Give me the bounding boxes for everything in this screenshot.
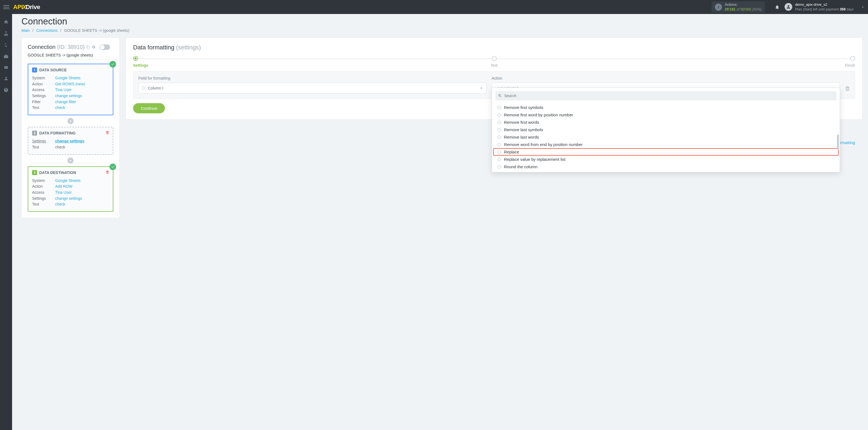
add-formatting-link[interactable]: ormatting <box>838 140 855 145</box>
dropdown-item-label: Remove last symbols <box>504 127 544 132</box>
briefcase-icon[interactable] <box>4 54 8 59</box>
dropdown-item-label: Replace <box>504 150 519 154</box>
hamburger-menu[interactable] <box>3 4 9 10</box>
data-destination-card[interactable]: 3 DATA DESTINATION SystemGoogle SheetsAc… <box>28 166 113 212</box>
kv-value-link[interactable]: change filter <box>55 99 76 105</box>
chevron-down-icon[interactable] <box>861 5 865 9</box>
username: demo_apix-drive_s2 <box>795 2 854 7</box>
logo[interactable]: APIXDrive <box>13 4 40 11</box>
dropdown-item[interactable]: Remove first word by position number <box>493 111 839 119</box>
logo-drive: Drive <box>26 4 40 10</box>
dropdown-item-label: Round the column <box>504 164 537 169</box>
help-icon[interactable] <box>4 88 8 92</box>
kv-value-link[interactable]: Google Sheets <box>55 178 81 184</box>
add-step-button[interactable]: + <box>67 157 73 163</box>
dropdown-list[interactable]: Remove first symbolsRemove first word by… <box>492 104 840 171</box>
kv-row: AccessTina User <box>32 190 109 196</box>
kv-key: Settings <box>32 196 55 202</box>
step-dot-settings[interactable] <box>133 56 138 61</box>
gear-icon[interactable] <box>92 45 96 49</box>
trash-icon[interactable] <box>105 131 110 135</box>
scrollbar-thumb[interactable] <box>837 134 839 150</box>
radio-icon <box>142 87 145 90</box>
step-title-destination: DATA DESTINATION <box>39 171 76 175</box>
radio-icon <box>498 150 501 154</box>
kv-row: SystemGoogle Sheets <box>32 75 109 81</box>
dropdown-item[interactable]: Remove last words <box>493 133 839 141</box>
dropdown-item[interactable]: Remove first symbols <box>493 104 839 111</box>
kv-key: Test <box>32 144 55 150</box>
kv-value-link[interactable]: change settings <box>55 196 82 202</box>
dropdown-search[interactable] <box>495 91 837 100</box>
kv-value-link[interactable]: change settings <box>55 138 85 144</box>
kv-row: ActionGet ROWS (new) <box>32 81 109 87</box>
dollar-icon[interactable] <box>4 42 8 48</box>
kv-value-link[interactable]: Get ROWS (new) <box>55 81 85 87</box>
connection-toggle[interactable] <box>100 44 110 50</box>
radio-icon <box>498 113 501 117</box>
breadcrumb-main[interactable]: Main <box>22 28 30 33</box>
dropdown-item[interactable]: Remove first words <box>493 119 839 126</box>
data-formatting-card[interactable]: 2 DATA FORMATTING Settingschange setting… <box>28 127 113 154</box>
kv-value-link[interactable]: Google Sheets <box>55 75 81 81</box>
dropdown-item[interactable]: Round the column <box>493 163 839 171</box>
dropdown-item[interactable]: Replace value by replacement list <box>493 156 839 163</box>
kv-row: SystemGoogle Sheets <box>32 178 109 184</box>
info-icon: i <box>715 4 722 11</box>
step-dot-test[interactable] <box>492 56 497 61</box>
plan-days: 359 <box>840 7 845 11</box>
search-icon <box>498 94 502 98</box>
wizard-stepper: Settings Test Finish <box>133 56 855 67</box>
step-dot-finish[interactable] <box>850 56 855 61</box>
field-select[interactable]: Column I <box>138 83 487 94</box>
sitemap-icon[interactable] <box>4 31 8 36</box>
notifications-icon[interactable] <box>775 5 780 10</box>
dropdown-item-label: Remove word from end by position number <box>504 142 583 147</box>
action-label: Action <box>492 76 840 81</box>
kv-value-link[interactable]: Add ROW <box>55 184 72 190</box>
kv-value-link[interactable]: check <box>55 202 65 208</box>
continue-button[interactable]: Continue <box>133 103 165 113</box>
dropdown-search-input[interactable] <box>504 94 834 98</box>
step-title-source: DATA SOURCE <box>39 68 67 72</box>
kv-value-link[interactable]: Tina User <box>55 190 72 196</box>
radio-icon <box>498 158 501 161</box>
connection-subtitle: GOOGLE SHEETS -> (google sheets) <box>28 53 113 60</box>
home-icon[interactable] <box>4 20 8 24</box>
user-menu[interactable]: demo_apix-drive_s2 Plan |Start| left unt… <box>784 2 854 11</box>
data-source-card[interactable]: 1 DATA SOURCE SystemGoogle SheetsActionG… <box>28 64 113 115</box>
df-title-main: Data formatting <box>133 44 174 51</box>
dropdown-item-label: Remove last words <box>504 135 539 140</box>
user-icon[interactable] <box>4 76 8 81</box>
step-number: 3 <box>32 170 37 175</box>
trash-icon[interactable] <box>105 170 110 174</box>
kv-value-link[interactable]: change settings <box>55 93 82 99</box>
kv-key: Test <box>32 202 55 208</box>
breadcrumb: Main / Connections / GOOGLE SHEETS -> (g… <box>22 28 863 33</box>
add-step-button[interactable]: + <box>67 118 73 124</box>
actions-quota-box[interactable]: i Actions: 25'161 of 50'000 (50%) <box>712 1 765 13</box>
breadcrumb-connections[interactable]: Connections <box>36 28 58 33</box>
kv-value-link[interactable]: Tina User <box>55 87 72 93</box>
kv-row: Settingschange settings <box>32 93 109 99</box>
logo-api: API <box>13 4 23 10</box>
page-title: Connection <box>22 16 863 27</box>
dropdown-item[interactable]: Remove word from end by position number <box>493 141 839 148</box>
radio-icon <box>498 135 501 139</box>
actions-label: Actions: <box>725 2 762 7</box>
copy-icon[interactable] <box>86 45 90 49</box>
dropdown-item[interactable]: Replace <box>493 148 839 156</box>
breadcrumb-current: GOOGLE SHEETS -> (google sheets) <box>64 28 129 33</box>
formatting-row: Field for formatting Column I Action - n… <box>133 71 855 99</box>
kv-value-link: check <box>55 144 65 150</box>
kv-row: AccessTina User <box>32 87 109 93</box>
youtube-icon[interactable] <box>4 66 8 69</box>
dropdown-item[interactable]: Remove last symbols <box>493 126 839 133</box>
radio-icon <box>498 165 501 168</box>
delete-row-icon[interactable] <box>845 86 850 94</box>
kv-key: Access <box>32 190 55 196</box>
field-value: Column I <box>148 86 163 90</box>
df-title-sub: (settings) <box>176 44 201 51</box>
kv-value-link[interactable]: check <box>55 105 65 111</box>
dropdown-item-label: Remove first symbols <box>504 105 544 110</box>
